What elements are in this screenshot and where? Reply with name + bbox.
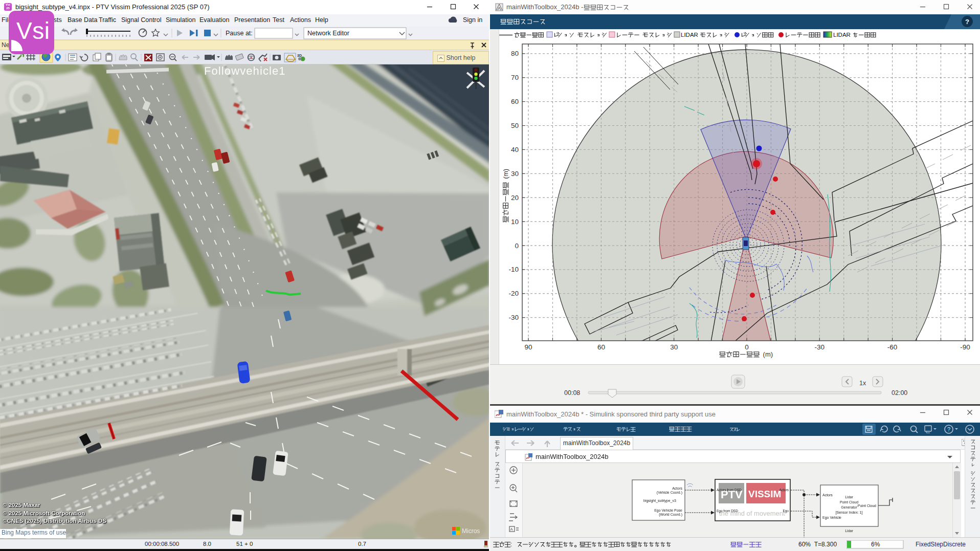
svg-text:80: 80 <box>511 50 519 57</box>
svg-text:Pause at:: Pause at: <box>226 30 253 37</box>
svg-text:bigsight_subtype_v3: bigsight_subtype_v3 <box>643 499 676 503</box>
svg-text:Ego from DSD: Ego from DSD <box>717 509 738 513</box>
svg-text:Actors from DSD: Actors from DSD <box>717 488 742 492</box>
svg-text:30: 30 <box>511 170 519 178</box>
svg-text:-10: -10 <box>508 266 519 273</box>
svg-text:VISSIM: VISSIM <box>748 489 781 499</box>
svg-text:70: 70 <box>511 74 519 81</box>
svg-text::: : <box>510 541 512 548</box>
svg-text:Actors: Actors <box>822 493 833 497</box>
svg-text:Lidar: Lidar <box>845 529 853 533</box>
svg-text:LIDAR: LIDAR <box>681 32 698 38</box>
svg-text:1x: 1x <box>859 380 866 387</box>
svg-text:[Sensor Index: 1]: [Sensor Index: 1] <box>836 511 863 515</box>
svg-text:?: ? <box>947 426 950 432</box>
svg-text:-90: -90 <box>960 343 970 351</box>
svg-text:-20: -20 <box>508 290 519 297</box>
svg-text:Ego Vehicle: Ego Vehicle <box>822 516 841 520</box>
svg-text:Actors: Actors <box>672 487 682 490</box>
svg-text:A: A <box>510 527 514 532</box>
svg-text:?: ? <box>965 18 969 26</box>
svg-text:Lidar: Lidar <box>845 495 853 499</box>
svg-text:Point Cloud: Point Cloud <box>858 504 876 508</box>
svg-text:Point Cloud: Point Cloud <box>840 500 858 504</box>
svg-text:(World Coord.): (World Coord.) <box>659 513 682 517</box>
svg-text:6%: 6% <box>871 541 880 548</box>
svg-text:40: 40 <box>511 146 519 153</box>
svg-text:30: 30 <box>670 343 678 351</box>
svg-text:Ego: Ego <box>783 509 789 513</box>
svg-text:60: 60 <box>511 98 519 105</box>
svg-text:-30: -30 <box>508 314 519 321</box>
svg-text:60: 60 <box>597 343 605 351</box>
svg-text:(m): (m) <box>502 169 509 179</box>
svg-text:Ego Vehicle Pose: Ego Vehicle Pose <box>654 509 682 513</box>
svg-text:LIDAR: LIDAR <box>833 32 851 38</box>
svg-text:(Vehicle Coord.): (Vehicle Coord.) <box>657 491 682 495</box>
svg-text:Micros: Micros <box>462 527 480 535</box>
svg-text:Network Editor: Network Editor <box>307 30 349 37</box>
svg-text:90: 90 <box>524 343 532 351</box>
svg-text:0: 0 <box>745 343 749 351</box>
svg-text:(m): (m) <box>763 350 773 358</box>
svg-text:20: 20 <box>511 194 519 202</box>
svg-text:50: 50 <box>511 122 519 129</box>
svg-text:10: 10 <box>511 218 519 226</box>
svg-text:3D: 3D <box>297 54 302 57</box>
svg-text:Generator: Generator <box>841 505 857 509</box>
svg-text:-30: -30 <box>815 343 825 351</box>
svg-text:0: 0 <box>515 242 519 250</box>
svg-text:-60: -60 <box>887 343 898 351</box>
svg-text:Actors: Actors <box>779 488 789 492</box>
